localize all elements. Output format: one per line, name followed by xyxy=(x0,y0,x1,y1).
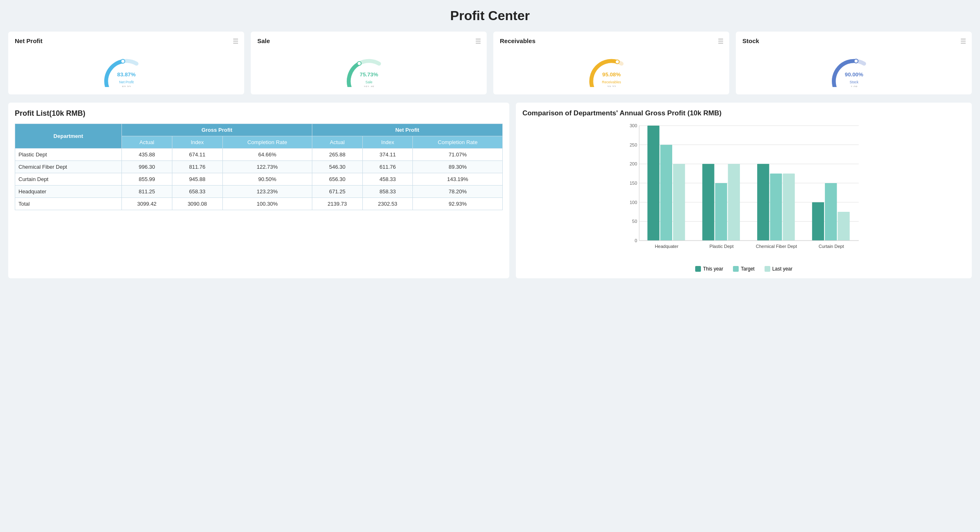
gp-rate-cell: 123.23% xyxy=(222,186,312,198)
table-title: Profit List(10k RMB) xyxy=(15,109,503,118)
gauge-wrap: 75.73% Sale 151.45 xyxy=(257,48,480,87)
np-index-header: Index xyxy=(362,136,413,149)
kpi-card-title: Sale xyxy=(257,37,480,44)
svg-rect-34 xyxy=(702,164,714,241)
kpi-card-receivables: Receivables ☰ 95.08% Receivables 23.77 xyxy=(493,32,729,94)
table-row: Curtain Dept 855.99 945.88 90.50% 656.30… xyxy=(15,173,503,186)
bar-chart-section: Comparison of Departments' Annual Gross … xyxy=(516,103,972,278)
table-row: Total 3099.42 3090.08 100.30% 2139.73 23… xyxy=(15,198,503,210)
gp-actual-cell: 3099.42 xyxy=(121,198,172,210)
gauge-svg: 95.08% Receivables 23.77 xyxy=(583,50,640,87)
gp-actual-cell: 811.25 xyxy=(121,186,172,198)
kpi-card-title: Receivables xyxy=(500,37,723,44)
legend-target-label: Target xyxy=(741,266,754,272)
kpi-card-sale: Sale ☰ 75.73% Sale 151.45 xyxy=(251,32,487,94)
np-index-cell: 374.11 xyxy=(362,149,413,161)
gauge-wrap: 95.08% Receivables 23.77 xyxy=(500,48,723,87)
svg-rect-44 xyxy=(838,212,849,241)
svg-rect-36 xyxy=(728,164,740,241)
legend-last-year-dot xyxy=(765,266,770,272)
menu-icon[interactable]: ☰ xyxy=(718,37,724,45)
legend-this-year: This year xyxy=(695,266,723,272)
svg-point-4 xyxy=(357,62,361,65)
svg-point-8 xyxy=(615,60,619,64)
profit-table-section: Profit List(10k RMB) Department Gross Pr… xyxy=(8,103,509,278)
svg-text:Receivables: Receivables xyxy=(602,80,621,84)
gauge-wrap: 90.00% Stock 1.08 xyxy=(742,48,965,87)
gp-index-header: Index xyxy=(172,136,222,149)
legend-target-dot xyxy=(733,266,739,272)
menu-icon[interactable]: ☰ xyxy=(960,37,966,45)
np-actual-header: Actual xyxy=(312,136,362,149)
svg-text:83.87%: 83.87% xyxy=(117,71,135,78)
svg-text:200: 200 xyxy=(630,161,637,166)
table-body: Plastic Dept 435.88 674.11 64.66% 265.88… xyxy=(15,149,503,210)
gauge-svg: 90.00% Stock 1.08 xyxy=(825,50,883,87)
svg-rect-40 xyxy=(783,174,795,241)
np-actual-cell: 265.88 xyxy=(312,149,362,161)
dept-cell: Plastic Dept xyxy=(15,149,122,161)
bottom-row: Profit List(10k RMB) Department Gross Pr… xyxy=(8,103,972,278)
np-actual-cell: 546.30 xyxy=(312,161,362,173)
svg-text:Curtain Dept: Curtain Dept xyxy=(819,244,844,249)
gauge-wrap: 83.87% Net Profit 50.32 xyxy=(15,48,238,87)
svg-rect-42 xyxy=(812,202,824,241)
svg-text:300: 300 xyxy=(630,123,637,128)
np-index-cell: 611.76 xyxy=(362,161,413,173)
table-row: Plastic Dept 435.88 674.11 64.66% 265.88… xyxy=(15,149,503,161)
svg-text:50: 50 xyxy=(632,219,637,224)
np-rate-cell: 78.20% xyxy=(413,186,502,198)
gauge-svg: 75.73% Sale 151.45 xyxy=(340,50,398,87)
np-rate-cell: 92.93% xyxy=(413,198,502,210)
svg-text:95.08%: 95.08% xyxy=(602,71,621,78)
svg-text:23.77: 23.77 xyxy=(607,85,616,87)
legend-target: Target xyxy=(733,266,754,272)
kpi-card-title: Stock xyxy=(742,37,965,44)
svg-rect-43 xyxy=(825,183,837,241)
kpi-card-title: Net Profit xyxy=(15,37,238,44)
np-index-cell: 2302.53 xyxy=(362,198,413,210)
np-actual-cell: 671.25 xyxy=(312,186,362,198)
legend-last-year: Last year xyxy=(765,266,792,272)
table-row: Headquater 811.25 658.33 123.23% 671.25 … xyxy=(15,186,503,198)
gauge-svg: 83.87% Net Profit 50.32 xyxy=(98,50,155,87)
svg-text:0: 0 xyxy=(634,238,637,243)
gp-actual-cell: 435.88 xyxy=(121,149,172,161)
svg-text:90.00%: 90.00% xyxy=(845,71,863,78)
svg-text:Sale: Sale xyxy=(365,80,372,84)
bar-chart: 050100150200250300HeadquaterPlastic Dept… xyxy=(522,122,965,261)
gp-rate-header: Completion Rate xyxy=(222,136,312,149)
svg-rect-39 xyxy=(770,174,782,241)
svg-rect-31 xyxy=(660,145,672,241)
dept-cell: Total xyxy=(15,198,122,210)
gp-actual-cell: 996.30 xyxy=(121,161,172,173)
kpi-card-net-profit: Net Profit ☰ 83.87% Net Profit 50.32 xyxy=(8,32,244,94)
legend-this-year-label: This year xyxy=(703,266,723,272)
svg-text:250: 250 xyxy=(630,142,637,147)
np-rate-header: Completion Rate xyxy=(413,136,502,149)
dept-col-header: Department xyxy=(15,124,122,149)
svg-text:Stock: Stock xyxy=(849,80,859,84)
menu-icon[interactable]: ☰ xyxy=(233,37,238,45)
profit-table: Department Gross Profit Net Profit Actua… xyxy=(15,124,503,210)
dept-cell: Chemical Fiber Dept xyxy=(15,161,122,173)
gp-index-cell: 3090.08 xyxy=(172,198,222,210)
np-index-cell: 458.33 xyxy=(362,173,413,186)
svg-text:151.45: 151.45 xyxy=(363,85,374,87)
gp-index-cell: 945.88 xyxy=(172,173,222,186)
svg-point-0 xyxy=(121,60,124,63)
svg-text:Plastic Dept: Plastic Dept xyxy=(710,244,734,249)
page-title: Profit Center xyxy=(8,8,972,23)
svg-text:Net Profit: Net Profit xyxy=(119,80,134,84)
legend-this-year-dot xyxy=(695,266,701,272)
legend-last-year-label: Last year xyxy=(772,266,792,272)
net-profit-header: Net Profit xyxy=(312,124,502,136)
gp-index-cell: 674.11 xyxy=(172,149,222,161)
svg-text:1.08: 1.08 xyxy=(850,85,857,87)
chart-title: Comparison of Departments' Annual Gross … xyxy=(522,109,965,117)
svg-point-12 xyxy=(854,59,858,63)
np-actual-cell: 656.30 xyxy=(312,173,362,186)
gp-rate-cell: 90.50% xyxy=(222,173,312,186)
gross-profit-header: Gross Profit xyxy=(121,124,312,136)
menu-icon[interactable]: ☰ xyxy=(475,37,481,45)
